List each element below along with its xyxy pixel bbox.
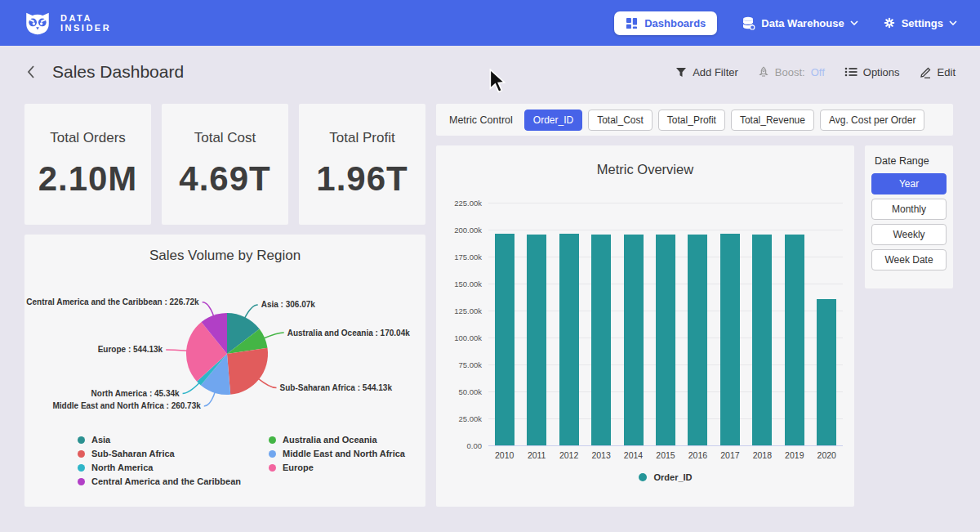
options-button[interactable]: Options (844, 66, 900, 78)
pie-slice-sub-saharan-africa[interactable] (227, 348, 268, 395)
y-tick-label: 225.00k (439, 199, 482, 208)
legend-dot (269, 436, 276, 444)
bar-chart-card: Metric Overview 225.00k200.00k175.00k150… (436, 145, 854, 507)
pie-label-europe: Europe : 544.13k (98, 345, 163, 354)
pie-chart-card: Sales Volume by Region Asia : 306.07kAus… (24, 235, 425, 507)
bar-2018[interactable] (752, 235, 772, 445)
x-tick-label: 2012 (553, 450, 585, 460)
pie-label-central-america-and-the-caribbean: Central America and the Caribbean : 226.… (26, 297, 199, 306)
pie-label-north-america: North America : 45.34k (91, 389, 180, 398)
x-tick-label: 2013 (586, 450, 617, 460)
y-tick-label: 25.00k (439, 414, 482, 423)
gear-icon (883, 16, 896, 29)
page-title: Sales Dashboard (52, 62, 184, 82)
legend-dot (78, 450, 85, 458)
metric-option-order-id[interactable]: Order_ID (524, 110, 582, 131)
bar-2015[interactable] (656, 235, 675, 445)
pie-leader-line (204, 391, 216, 406)
add-filter-label: Add Filter (693, 66, 738, 78)
edit-label: Edit (938, 66, 956, 78)
bar-chart-title: Metric Overview (436, 162, 854, 177)
page-header: Sales Dashboard Add Filter Boost: Off (0, 46, 980, 98)
metric-option-total-profit[interactable]: Total_Profit (658, 110, 725, 131)
y-tick-label: 50.00k (439, 387, 482, 396)
legend-dot (78, 436, 85, 444)
data-warehouse-label: Data Warehouse (761, 17, 844, 29)
legend-dot (269, 450, 276, 458)
edit-button[interactable]: Edit (920, 66, 956, 78)
bar-2016[interactable] (688, 235, 707, 445)
pie-chart-title: Sales Volume by Region (24, 248, 425, 264)
date-range-buttons: YearMonthlyWeeklyWeek Date (871, 173, 947, 270)
metric-option-total-revenue[interactable]: Total_Revenue (731, 110, 814, 131)
legend-label: Sub-Saharan Africa (91, 449, 175, 458)
metric-option-avg-cost-per-order[interactable]: Avg. Cost per Order (820, 110, 925, 131)
legend-item-north-america: North America (78, 463, 241, 472)
y-tick-label: 75.00k (439, 360, 482, 369)
legend-item-central-america-and-the-caribbean: Central America and the Caribbean (78, 476, 241, 486)
chevron-left-icon (26, 65, 36, 79)
brand[interactable]: DATA INSIDER (23, 10, 111, 36)
add-filter-button[interactable]: Add Filter (675, 66, 738, 78)
pie-label-sub-saharan-africa: Sub-Saharan Africa : 544.13k (280, 383, 393, 392)
legend-item-middle-east-and-north-africa: Middle East and North Africa (269, 449, 405, 458)
x-tick-label: 2010 (488, 450, 520, 460)
legend-item-sub-saharan-africa: Sub-Saharan Africa (78, 449, 241, 458)
bar-plot: 225.00k200.00k175.00k150.00k125.00k100.0… (488, 203, 843, 445)
metric-control-bar: Metric Control Order_IDTotal_CostTotal_P… (436, 104, 953, 136)
metric-option-total-cost[interactable]: Total_Cost (588, 110, 653, 131)
back-button[interactable] (24, 63, 38, 81)
bar-2020[interactable] (817, 299, 836, 445)
kpi-card-total-profit: Total Profit 1.96T (299, 104, 425, 225)
x-tick-label: 2020 (811, 450, 843, 460)
date-range-label: Date Range (875, 155, 947, 167)
chevron-down-icon (850, 20, 858, 25)
bar-2013[interactable] (591, 235, 611, 445)
legend-label: Australia and Oceania (283, 435, 377, 445)
pencil-icon (920, 66, 932, 78)
header-actions: Add Filter Boost: Off Options (675, 66, 956, 78)
brand-line1: DATA (60, 13, 111, 23)
legend-dot (78, 464, 85, 472)
date-range-panel: Date Range YearMonthlyWeeklyWeek Date (865, 145, 953, 288)
bars (488, 203, 843, 445)
x-tick-label: 2018 (746, 450, 778, 460)
legend-dot (639, 473, 647, 481)
bar-2019[interactable] (785, 235, 804, 446)
bar-2014[interactable] (624, 235, 644, 445)
x-tick-label: 2015 (649, 450, 681, 460)
bar-2012[interactable] (559, 234, 579, 445)
kpi-value: 1.96T (316, 159, 408, 199)
date-range-option-monthly[interactable]: Monthly (871, 199, 947, 220)
boost-toggle[interactable]: Boost: Off (758, 66, 825, 78)
legend-column: Australia and OceaniaMiddle East and Nor… (269, 435, 405, 486)
data-warehouse-menu[interactable]: Data Warehouse (742, 16, 858, 30)
options-list-icon (844, 66, 858, 78)
legend-dot (78, 478, 85, 485)
chevron-down-icon (949, 20, 957, 25)
filter-funnel-icon (675, 67, 687, 78)
y-tick-label: 0.00 (439, 441, 482, 450)
bar-2017[interactable] (720, 234, 740, 445)
metric-control-label: Metric Control (449, 114, 513, 126)
pie-chart-legend: AsiaSub-Saharan AfricaNorth AmericaCentr… (78, 435, 405, 486)
metric-buttons: Order_IDTotal_CostTotal_ProfitTotal_Reve… (524, 110, 925, 131)
pie-leader-line (244, 305, 258, 319)
dashboards-button[interactable]: Dashboards (614, 11, 717, 35)
date-range-option-week-date[interactable]: Week Date (871, 249, 947, 270)
legend-label: North America (91, 463, 153, 472)
date-range-option-weekly[interactable]: Weekly (871, 224, 947, 245)
kpi-value: 2.10M (38, 159, 138, 199)
date-range-option-year[interactable]: Year (871, 173, 947, 194)
kpi-label: Total Orders (50, 130, 126, 146)
settings-menu[interactable]: Settings (883, 16, 957, 29)
rocket-icon (758, 66, 769, 78)
bar-2010[interactable] (495, 234, 514, 445)
kpi-card-total-cost: Total Cost 4.69T (162, 104, 288, 225)
legend-item-europe: Europe (269, 463, 405, 472)
x-tick-label: 2017 (714, 450, 746, 460)
bar-2011[interactable] (527, 235, 546, 445)
options-label: Options (863, 66, 900, 78)
legend-label: Europe (283, 463, 314, 472)
pie-label-asia: Asia : 306.07k (261, 300, 316, 309)
